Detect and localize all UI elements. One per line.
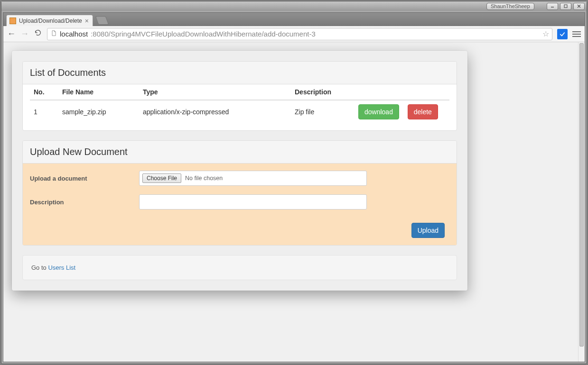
browser-tab[interactable]: Upload/Download/Delete × bbox=[6, 15, 93, 26]
description-label: Description bbox=[30, 199, 139, 206]
scroll-thumb[interactable] bbox=[579, 43, 584, 347]
cell-no: 1 bbox=[30, 100, 58, 123]
bookmark-star-icon[interactable]: ☆ bbox=[542, 29, 549, 38]
delete-button[interactable]: delete bbox=[408, 104, 438, 119]
browser-window: Upload/Download/Delete × ← → localhost:8… bbox=[3, 12, 585, 362]
documents-table: No. File Name Type Description bbox=[30, 84, 449, 123]
browser-toolbar: ← → localhost:8080/Spring4MVCFileUploadD… bbox=[3, 26, 585, 42]
page-viewport: List of Documents No. File Name Type Des… bbox=[3, 42, 585, 362]
os-app-badge: ShaunTheSheep bbox=[486, 3, 534, 10]
favicon-icon bbox=[9, 18, 16, 24]
upload-panel: Upload New Document Upload a document Ch… bbox=[22, 140, 457, 246]
back-button[interactable]: ← bbox=[7, 29, 16, 39]
no-file-text: No file chosen bbox=[185, 175, 223, 182]
window-minimize-button[interactable] bbox=[547, 3, 558, 10]
url-path: :8080/Spring4MVCFileUploadDownloadWithHi… bbox=[91, 30, 316, 38]
vertical-scrollbar[interactable] bbox=[578, 42, 585, 362]
window-maximize-button[interactable] bbox=[560, 3, 571, 10]
url-host: localhost bbox=[60, 30, 88, 38]
footer-well: Go to Users List bbox=[22, 255, 457, 280]
os-titlebar: ShaunTheSheep bbox=[1, 1, 587, 11]
extension-icon[interactable] bbox=[557, 29, 568, 39]
content-card: List of Documents No. File Name Type Des… bbox=[12, 51, 467, 291]
col-type: Type bbox=[139, 84, 291, 100]
documents-panel: List of Documents No. File Name Type Des… bbox=[22, 61, 457, 131]
forward-button[interactable]: → bbox=[20, 29, 29, 39]
choose-file-button[interactable]: Choose File bbox=[142, 173, 181, 183]
table-row: 1 sample_zip.zip application/x-zip-compr… bbox=[30, 100, 449, 123]
col-actions bbox=[355, 84, 449, 100]
footer-prefix: Go to bbox=[31, 264, 48, 271]
upload-button[interactable]: Upload bbox=[411, 223, 445, 238]
address-bar[interactable]: localhost:8080/Spring4MVCFileUploadDownl… bbox=[47, 28, 552, 40]
description-input[interactable] bbox=[139, 194, 367, 210]
window-close-button[interactable] bbox=[573, 3, 585, 10]
upload-label: Upload a document bbox=[30, 175, 139, 182]
tab-strip: Upload/Download/Delete × bbox=[3, 13, 585, 26]
svg-rect-1 bbox=[564, 5, 567, 8]
tab-title: Upload/Download/Delete bbox=[19, 18, 82, 24]
upload-heading: Upload New Document bbox=[23, 141, 457, 164]
users-list-link[interactable]: Users List bbox=[48, 264, 75, 271]
documents-heading: List of Documents bbox=[23, 62, 457, 84]
cell-description: Zip file bbox=[291, 100, 355, 123]
col-description: Description bbox=[291, 84, 355, 100]
reload-button[interactable] bbox=[34, 29, 42, 39]
os-window: ShaunTheSheep Upload/Download/Delete × ←… bbox=[1, 1, 587, 364]
file-input[interactable]: Choose File No file chosen bbox=[139, 171, 367, 186]
cell-type: application/x-zip-compressed bbox=[139, 100, 291, 123]
new-tab-button[interactable] bbox=[95, 16, 109, 25]
col-file-name: File Name bbox=[58, 84, 139, 100]
chrome-menu-button[interactable] bbox=[572, 31, 581, 37]
cell-file-name: sample_zip.zip bbox=[58, 100, 139, 123]
col-no: No. bbox=[30, 84, 58, 100]
tab-close-icon[interactable]: × bbox=[85, 18, 89, 24]
download-button[interactable]: download bbox=[358, 104, 399, 119]
page-icon bbox=[50, 30, 57, 38]
